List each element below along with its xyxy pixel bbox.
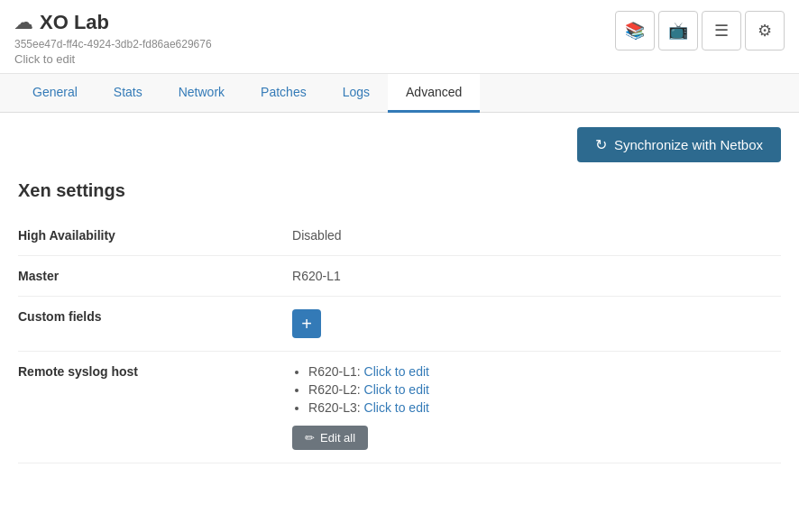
uuid-text: 355ee47d-ff4c-4924-3db2-fd86ae629676 (14, 38, 212, 50)
tab-stats[interactable]: Stats (96, 74, 161, 113)
tab-bar: General Stats Network Patches Logs Advan… (0, 74, 799, 113)
syslog-host-name: R620-L1: (308, 364, 363, 379)
edit-all-button[interactable]: ✏ Edit all (292, 426, 368, 450)
table-row: High Availability Disabled (18, 216, 781, 256)
sync-button-label: Synchronize with Netbox (614, 137, 763, 152)
row-value-high-availability: Disabled (285, 216, 781, 256)
list-item: R620-L1: Click to edit (308, 364, 774, 379)
app-title: ☁ XO Lab (14, 11, 212, 34)
tab-logs[interactable]: Logs (325, 74, 388, 113)
section-title: Xen settings (18, 180, 781, 201)
cloud-icon: ☁ (14, 12, 32, 33)
syslog-r620-l1-edit-link[interactable]: Click to edit (364, 364, 429, 379)
row-label-high-availability: High Availability (18, 216, 285, 256)
row-label-custom-fields: Custom fields (18, 297, 285, 352)
storage-icon-button[interactable]: 📚 (615, 11, 655, 50)
table-row: Remote syslog host R620-L1: Click to edi… (18, 352, 781, 463)
edit-all-label: Edit all (320, 431, 355, 445)
title-text: XO Lab (40, 11, 109, 34)
tab-general[interactable]: General (14, 74, 96, 113)
header-left: ☁ XO Lab 355ee47d-ff4c-4924-3db2-fd86ae6… (14, 11, 212, 66)
syslog-list: R620-L1: Click to edit R620-L2: Click to… (292, 364, 774, 415)
syslog-r620-l2-edit-link[interactable]: Click to edit (364, 382, 429, 397)
pencil-icon: ✏ (305, 431, 315, 445)
tab-patches[interactable]: Patches (243, 74, 325, 113)
add-custom-field-button[interactable]: + (292, 309, 321, 338)
table-row: Custom fields + (18, 297, 781, 352)
syslog-host-name: R620-L2: (308, 382, 363, 397)
list-item: R620-L3: Click to edit (308, 400, 774, 415)
settings-icon-button[interactable]: ⚙ (745, 11, 785, 50)
header-icon-group: 📚 📺 ☰ ⚙ (615, 11, 785, 50)
sync-row: ↻ Synchronize with Netbox (18, 127, 781, 162)
list-icon-button[interactable]: ☰ (702, 11, 741, 50)
row-value-syslog-host: R620-L1: Click to edit R620-L2: Click to… (285, 352, 781, 463)
row-label-syslog-host: Remote syslog host (18, 352, 285, 463)
tab-network[interactable]: Network (161, 74, 243, 113)
click-edit-text[interactable]: Click to edit (14, 52, 212, 66)
row-value-custom-fields: + (285, 297, 781, 352)
syslog-host-name: R620-L3: (308, 400, 363, 415)
settings-table: High Availability Disabled Master R620-L… (18, 216, 781, 463)
tab-advanced[interactable]: Advanced (388, 74, 480, 113)
list-item: R620-L2: Click to edit (308, 382, 774, 397)
main-content: ↻ Synchronize with Netbox Xen settings H… (0, 113, 799, 478)
row-value-master: R620-L1 (285, 256, 781, 297)
table-row: Master R620-L1 (18, 256, 781, 297)
header: ☁ XO Lab 355ee47d-ff4c-4924-3db2-fd86ae6… (0, 0, 799, 74)
syslog-r620-l3-edit-link[interactable]: Click to edit (364, 400, 429, 415)
sync-icon: ↻ (595, 136, 607, 153)
row-label-master: Master (18, 256, 285, 297)
monitor-icon-button[interactable]: 📺 (658, 11, 698, 50)
synchronize-netbox-button[interactable]: ↻ Synchronize with Netbox (577, 127, 781, 162)
